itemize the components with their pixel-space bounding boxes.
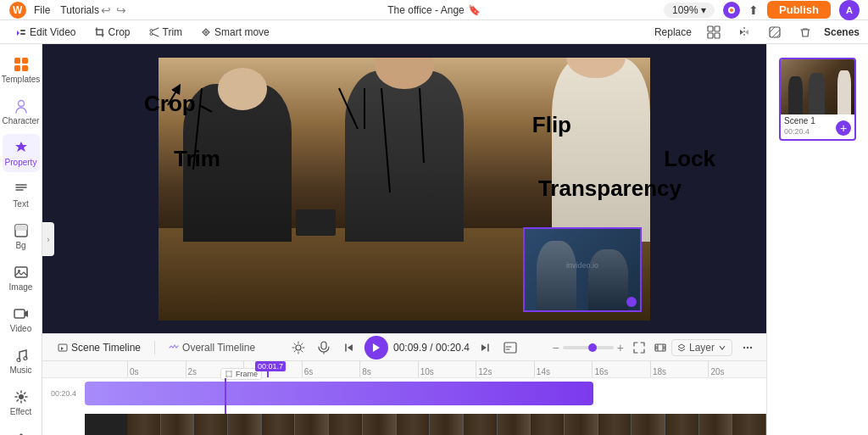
thumb-9	[397, 414, 431, 435]
layer-label: Layer	[689, 342, 715, 354]
annotation-trim: Trim	[174, 146, 220, 172]
skip-back-icon[interactable]	[339, 337, 359, 358]
svg-rect-20	[15, 267, 27, 277]
frame-icon	[225, 370, 233, 378]
top-menu: File Tutorials	[34, 4, 99, 16]
mark-8s: 8s	[359, 361, 418, 378]
edit-video-button[interactable]: Edit Video	[8, 23, 84, 42]
project-title: The office - Ange 🔖	[387, 4, 481, 16]
redo-button[interactable]: ↪	[114, 3, 128, 17]
annotation-crop: Crop	[144, 91, 196, 117]
sidebar-item-templates[interactable]: Templates	[3, 51, 40, 89]
trim-label: Trim	[163, 26, 183, 38]
skip-forward-icon[interactable]	[475, 337, 495, 358]
chevron-right-icon: ›	[47, 235, 49, 244]
delete-icon[interactable]	[793, 20, 817, 44]
svg-rect-5	[20, 33, 25, 35]
thumb-11	[464, 414, 498, 435]
undo-button[interactable]: ↩	[99, 3, 113, 17]
sidebar-item-effect[interactable]: Effect	[3, 383, 40, 421]
menu-tutorials[interactable]: Tutorials	[60, 4, 99, 16]
playhead-track[interactable]	[225, 378, 226, 414]
caption-icon[interactable]	[500, 337, 520, 358]
zoom-slider[interactable]	[563, 346, 614, 349]
svg-rect-14	[22, 58, 28, 64]
mark-12s: 12s	[476, 361, 534, 378]
zoom-in-icon[interactable]: +	[617, 341, 624, 354]
add-scene-button[interactable]: +	[836, 120, 851, 136]
zoom-thumb[interactable]	[588, 343, 597, 352]
svg-point-3	[730, 8, 733, 12]
thumb-1	[127, 414, 161, 435]
settings-icon[interactable]	[288, 337, 309, 358]
trim-button[interactable]: Trim	[142, 23, 191, 42]
svg-rect-9	[715, 26, 720, 31]
sidebar-item-video[interactable]: Video	[3, 300, 40, 338]
svg-rect-29	[58, 344, 67, 351]
sidebar-item-character[interactable]: Character	[3, 92, 40, 131]
thumb-12	[498, 414, 531, 435]
main-content: Templates Character Property Text	[0, 44, 868, 435]
sidebar-expand-button[interactable]: ›	[42, 222, 54, 256]
more-options-icon[interactable]	[737, 337, 758, 358]
thumb-5	[262, 414, 296, 435]
mic-icon[interactable]	[314, 337, 334, 358]
svg-rect-32	[504, 343, 516, 353]
thumb-18	[699, 414, 733, 435]
mark-14s: 14s	[534, 361, 593, 378]
watermark: invideo.io	[566, 261, 598, 270]
sidebar-item-bg[interactable]: Bg	[3, 217, 40, 255]
record-button[interactable]	[723, 2, 740, 19]
sidebar-item-uploads[interactable]: Uploads	[3, 425, 40, 435]
sidebar-text-label: Text	[13, 199, 28, 209]
layer-select[interactable]: Layer	[671, 339, 732, 356]
menu-file[interactable]: File	[34, 4, 50, 16]
sidebar-item-image[interactable]: Image	[3, 259, 40, 297]
scene-timeline-tab[interactable]: Scene Timeline	[51, 338, 147, 357]
app-logo[interactable]: W	[8, 1, 27, 20]
frame-label: Frame	[236, 370, 258, 378]
thumb-offset	[85, 414, 127, 435]
svg-rect-10	[708, 33, 713, 38]
flip-icon[interactable]	[732, 20, 756, 44]
timeline-tracks[interactable]: 00:20.4 Frame	[42, 378, 766, 414]
share-icon[interactable]: ⬆	[748, 3, 759, 17]
crop-label: Crop	[108, 26, 131, 38]
film-icon	[654, 342, 666, 354]
pip-drag-handle[interactable]	[626, 297, 637, 307]
playhead-ruler: 00:01.7	[267, 361, 269, 377]
thumb-8	[363, 414, 397, 435]
zoom-control[interactable]: 109% ▾	[664, 3, 715, 18]
sidebar-item-music[interactable]: Music	[3, 342, 40, 380]
track-label: 00:20.4	[42, 382, 85, 405]
scenes-label: Scenes	[824, 26, 860, 38]
video-canvas[interactable]: invideo.io Crop Trim Flip Lock Transpare…	[42, 44, 766, 333]
toolbar-left: Edit Video Crop Trim Smart move	[8, 23, 651, 42]
sidebar-item-text[interactable]: Text	[3, 176, 40, 214]
thumb-17	[665, 414, 699, 435]
overall-timeline-tab[interactable]: Overall Timeline	[162, 338, 262, 357]
sidebar-item-property[interactable]: Property	[3, 134, 40, 172]
timeline-zoom: − +	[553, 341, 624, 354]
transparency-icon[interactable]	[763, 20, 787, 44]
expand-icon[interactable]	[629, 337, 649, 358]
thumbnail-strip	[85, 414, 766, 435]
scene-1-card[interactable]: Scene 1 00:20.4 +	[779, 58, 856, 141]
publish-button[interactable]: Publish	[767, 1, 831, 19]
zoom-out-icon[interactable]: −	[553, 341, 559, 354]
timeline-area: Scene Timeline Overall Timeline	[42, 333, 766, 435]
track-bar[interactable]: Frame	[85, 382, 593, 405]
layout-icon[interactable]	[702, 20, 726, 44]
svg-rect-13	[14, 58, 20, 64]
svg-point-36	[750, 346, 752, 348]
sidebar-video-label: Video	[10, 324, 31, 333]
play-button[interactable]	[364, 336, 388, 360]
pip-video[interactable]: invideo.io	[523, 227, 642, 312]
thumb-2	[161, 414, 195, 435]
crop-button[interactable]: Crop	[87, 23, 138, 42]
avatar[interactable]: A	[839, 0, 860, 20]
timeline-controls: 00:09.9 / 00:20.4	[288, 336, 520, 360]
svg-rect-15	[14, 65, 20, 71]
sidebar-property-label: Property	[5, 158, 37, 167]
smart-move-button[interactable]: Smart move	[193, 23, 277, 42]
